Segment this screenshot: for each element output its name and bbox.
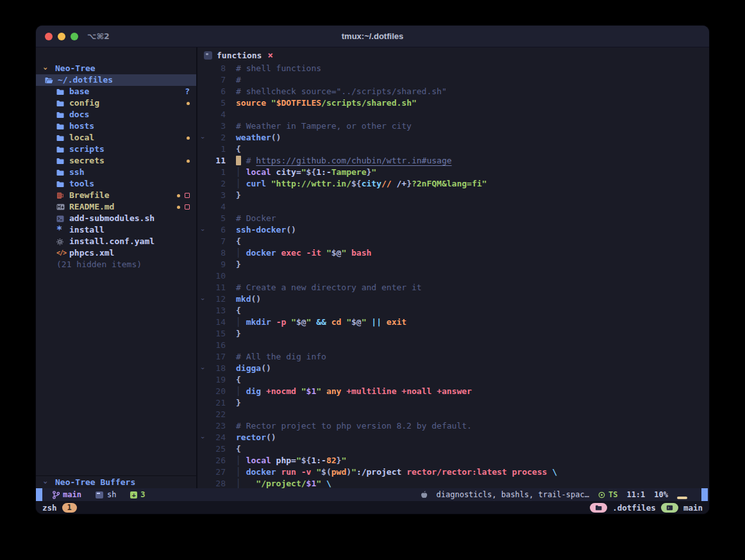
tree-item-label: phpcs.xml (69, 247, 114, 259)
line-number: 2 (208, 178, 226, 190)
git-staged-square-icon (185, 193, 190, 198)
tree-item-readme.md[interactable]: README.md (36, 201, 196, 213)
code-buffer[interactable]: 8# shell functions7#6# shellcheck source… (197, 63, 709, 488)
tree-item-base[interactable]: base? (36, 86, 196, 97)
fold-chevron-icon[interactable]: › (197, 363, 208, 374)
fold-chevron-icon[interactable]: › (197, 432, 208, 443)
code-line: 25{ (197, 443, 709, 455)
markdown-icon (56, 204, 65, 210)
git-added-count: 3 (140, 490, 145, 499)
tree-item-tools[interactable]: tools (36, 178, 196, 190)
tmux-branch-badge (661, 503, 678, 513)
chevron-right-icon: › (40, 478, 51, 487)
code-line: 1│ local city="${1:-Tampere}" (197, 167, 709, 178)
tmux-path-label: .dotfiles (612, 503, 656, 513)
zoom-window-button[interactable] (71, 33, 78, 40)
folder-icon (56, 169, 64, 176)
folder-icon (56, 100, 64, 107)
minimize-window-button[interactable] (58, 33, 65, 40)
code-line: ›12mkd() (197, 293, 709, 305)
folder-icon (56, 111, 64, 119)
traffic-lights (45, 33, 78, 40)
neo-tree-sidebar: › Neo-Tree ~/.dotfilesbase?configdocshos… (36, 47, 197, 488)
asterisk-icon: * (56, 227, 62, 234)
file-icon (96, 491, 103, 498)
neo-tree-buffers-section: › Neo-Tree Buffers (36, 475, 196, 488)
tree-item-install.conf.yaml[interactable]: install.conf.yaml (36, 236, 196, 247)
line-number: 3 (208, 120, 226, 132)
tree-item-label: add-submodules.sh (69, 213, 155, 224)
code-line: 7# (197, 74, 709, 86)
fold-chevron-icon[interactable]: › (197, 293, 208, 305)
close-buffer-icon[interactable]: × (267, 50, 272, 60)
code-line: 9} (197, 259, 709, 270)
tree-item-add-submodules.sh[interactable]: add-submodules.sh (36, 213, 196, 224)
buffer-icon (204, 51, 212, 60)
line-number: 4 (208, 201, 226, 213)
tmux-window-name[interactable]: zsh (42, 503, 57, 513)
buffers-header-label: Neo-Tree Buffers (55, 477, 135, 488)
beer-mug-icon (56, 192, 63, 199)
git-modified-dot-icon (187, 160, 190, 163)
code-line: 15} (197, 328, 709, 340)
filetype-label: sh (107, 490, 116, 499)
line-number: 5 (208, 97, 226, 109)
code-line: 19{ (197, 374, 709, 386)
tree-item-scripts[interactable]: scripts (36, 144, 196, 155)
git-added-segment: + 3 (130, 490, 145, 499)
line-number: 6 (208, 224, 226, 236)
neo-tree-buffers-header[interactable]: › Neo-Tree Buffers (36, 476, 196, 488)
code-line: 10 (197, 270, 709, 282)
tab-functions[interactable]: functions (217, 51, 262, 60)
fold-chevron-icon[interactable]: › (197, 224, 208, 236)
apple-icon (420, 490, 428, 499)
tree-item-phpcs.xml[interactable]: </>phpcs.xml (36, 247, 196, 259)
folder-icon (56, 181, 64, 188)
line-number: 5 (208, 213, 226, 224)
tree-item-ssh[interactable]: ssh (36, 167, 196, 178)
tree-item-install[interactable]: *install (36, 224, 196, 236)
code-line: 7{ (197, 236, 709, 247)
git-branch-icon (53, 491, 60, 499)
code-line: 3} (197, 190, 709, 201)
folder-icon (56, 123, 64, 130)
code-line: 8│ docker exec -it "$@" bash (197, 247, 709, 259)
line-number: 2 (208, 132, 226, 144)
line-number: 9 (208, 259, 226, 270)
terminal-window: ⌥⌘2 tmux:~/.dotfiles › Neo-Tree ~/.dotfi… (36, 26, 709, 514)
git-branch-segment: main (53, 490, 81, 499)
line-number: 1 (208, 167, 226, 178)
tree-item-local[interactable]: local (36, 132, 196, 144)
line-number: 25 (208, 443, 226, 455)
close-window-button[interactable] (45, 33, 53, 40)
tree-item-docs[interactable]: docs (36, 109, 196, 120)
neo-tree-header[interactable]: › Neo-Tree (36, 63, 196, 74)
git-modified-dot-icon (177, 194, 180, 197)
code-line: 21} (197, 397, 709, 409)
tree-item-label: secrets (69, 155, 105, 167)
tree-item-label: config (69, 97, 99, 109)
tree-item--.dotfiles[interactable]: ~/.dotfiles (36, 74, 196, 86)
file-tree: ~/.dotfilesbase?configdocshostslocalscri… (36, 74, 196, 270)
tree-item-label: scripts (69, 144, 105, 155)
line-number: 21 (208, 397, 226, 409)
tree-item--21-hidden-items-[interactable]: (21 hidden items) (36, 259, 196, 270)
tree-item-hosts[interactable]: hosts (36, 120, 196, 132)
code-line: 16 (197, 340, 709, 351)
tree-item-brewfile[interactable]: Brewfile (36, 190, 196, 201)
folder-icon (56, 88, 64, 95)
tree-item-label: install.conf.yaml (69, 236, 155, 247)
line-number: 8 (208, 63, 226, 74)
line-number: 8 (208, 247, 226, 259)
code-line: 11# Create a new directory and enter it (197, 282, 709, 293)
scrollbar-thumb[interactable] (677, 497, 687, 499)
fold-chevron-icon[interactable]: › (197, 132, 208, 144)
tmux-window-index-badge[interactable]: 1 (62, 503, 77, 513)
tree-item-label: install (69, 224, 105, 236)
line-number: 13 (208, 305, 226, 317)
tree-item-secrets[interactable]: secrets (36, 155, 196, 167)
tree-item-config[interactable]: config (36, 97, 196, 109)
code-line: ›2weather() (197, 132, 709, 144)
treesitter-label: TS (608, 490, 617, 499)
line-number: 26 (208, 455, 226, 466)
